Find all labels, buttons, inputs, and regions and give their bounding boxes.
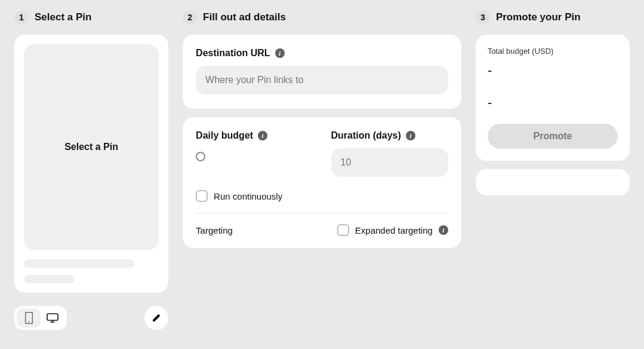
- duration-input[interactable]: [331, 148, 448, 177]
- run-continuously-label: Run continuously: [214, 191, 282, 201]
- run-continuously-checkbox[interactable]: [196, 190, 208, 202]
- skeleton-line: [24, 259, 134, 268]
- info-icon[interactable]: i: [439, 225, 448, 235]
- duration-label: Duration (days): [331, 130, 401, 141]
- step-2-badge: 2: [183, 10, 197, 25]
- pin-preview-card: Select a Pin: [14, 35, 168, 293]
- expanded-targeting-label: Expanded targeting: [355, 225, 433, 235]
- summary-secondary-value: -: [488, 95, 618, 111]
- expanded-targeting-checkbox[interactable]: [337, 224, 349, 236]
- step-3-title: Promote your Pin: [496, 11, 581, 23]
- step-2-title: Fill out ad details: [203, 11, 286, 23]
- info-icon[interactable]: i: [406, 131, 415, 140]
- skeleton-line: [24, 275, 75, 283]
- destination-card: Destination URL i: [183, 35, 461, 109]
- svg-point-1: [28, 322, 29, 323]
- pencil-icon: [152, 313, 161, 323]
- select-pin-placeholder[interactable]: Select a Pin: [24, 44, 159, 250]
- total-budget-label: Total budget (USD): [488, 47, 618, 56]
- step-3-badge: 3: [476, 10, 490, 25]
- info-icon[interactable]: i: [275, 48, 285, 58]
- step-1-badge: 1: [14, 10, 29, 25]
- budget-card: Daily budget i Duration (days) i Run con…: [183, 117, 461, 248]
- loading-spinner-icon: [196, 152, 205, 161]
- targeting-label: Targeting: [196, 225, 233, 235]
- desktop-preview-button[interactable]: [41, 308, 64, 327]
- device-preview-toggle: [14, 306, 67, 330]
- select-pin-text: Select a Pin: [64, 142, 118, 152]
- daily-budget-label: Daily budget: [196, 130, 253, 141]
- promote-button-label: Promote: [533, 131, 572, 141]
- desktop-icon: [47, 313, 58, 323]
- edit-pin-button[interactable]: [144, 306, 168, 330]
- step-2-header: 2 Fill out ad details: [183, 0, 461, 35]
- step-1-title: Select a Pin: [35, 11, 91, 23]
- mobile-preview-button[interactable]: [17, 308, 41, 327]
- mobile-icon: [25, 312, 33, 324]
- summary-card: Total budget (USD) - - Promote: [476, 35, 630, 161]
- step-3-header: 3 Promote your Pin: [476, 0, 630, 35]
- step-1-header: 1 Select a Pin: [14, 0, 168, 35]
- secondary-card: [476, 169, 630, 195]
- total-budget-value: -: [488, 63, 618, 78]
- divider: [196, 213, 448, 213]
- destination-url-input[interactable]: [196, 66, 448, 94]
- destination-url-label: Destination URL: [196, 48, 270, 59]
- svg-rect-2: [47, 314, 58, 320]
- info-icon[interactable]: i: [258, 131, 267, 140]
- promote-button[interactable]: Promote: [488, 124, 618, 149]
